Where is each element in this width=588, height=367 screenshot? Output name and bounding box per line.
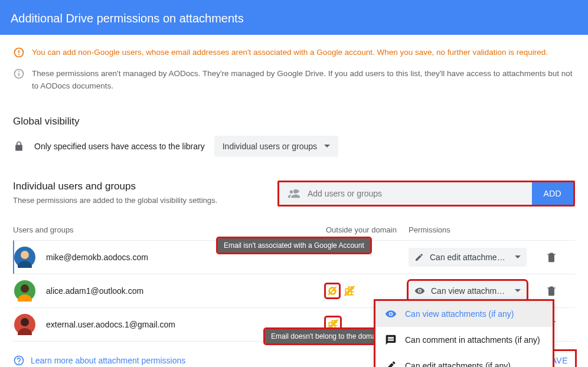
tooltip-not-domain: Email doesn't belong to the domain [265, 329, 387, 343]
svg-point-9 [18, 294, 32, 302]
dialog-title: Additional Drive permissions on attachme… [11, 12, 244, 25]
global-visibility-text: Only specified users have access to the … [34, 142, 205, 151]
svg-point-14 [18, 328, 32, 335]
svg-point-8 [21, 284, 29, 293]
option-label: Can view attachments (if any) [405, 309, 514, 319]
delete-button[interactable] [540, 285, 563, 297]
svg-rect-4 [18, 73, 19, 77]
permission-dropdown: Can view attachments (if any) Can commen… [375, 301, 553, 367]
visibility-select[interactable]: Individual users or groups [214, 136, 338, 157]
permission-select[interactable]: Can edit attachment… [409, 248, 527, 267]
svg-point-17 [390, 313, 391, 314]
global-visibility-title: Global visibility [13, 116, 575, 127]
people-add-icon [288, 187, 300, 200]
permission-option-view[interactable]: Can view attachments (if any) [375, 301, 553, 327]
user-email: external.user.aodocs.1@gmail.com [46, 320, 326, 329]
info-banner: These permissions aren't managed by AODo… [13, 64, 575, 98]
not-google-icon [326, 284, 339, 297]
dialog-header: Additional Drive permissions on attachme… [0, 0, 588, 35]
learn-more-link[interactable]: Learn more about attachment permissions [13, 355, 185, 366]
svg-rect-1 [18, 50, 19, 53]
avatar [14, 247, 35, 268]
permission-value: Can view attachment… [431, 286, 509, 296]
svg-line-15 [328, 319, 338, 329]
permission-option-comment[interactable]: Can comment in attachments (if any) [375, 327, 553, 353]
svg-rect-2 [18, 54, 19, 55]
info-text: These permissions aren't managed by AODo… [32, 68, 575, 92]
permission-option-edit[interactable]: Can edit attachments (if any) [375, 353, 553, 367]
svg-point-12 [419, 290, 421, 291]
add-users-input[interactable] [308, 182, 524, 205]
warning-icon [13, 47, 25, 58]
chevron-down-icon [515, 255, 521, 258]
option-label: Can edit attachments (if any) [405, 361, 511, 367]
warning-text: You can add non-Google users, whose emai… [32, 47, 575, 58]
comment-icon [385, 334, 397, 346]
user-email: mike@demokb.aodocs.com [46, 253, 326, 262]
col-permissions: Permissions [409, 225, 575, 234]
chevron-down-icon [324, 145, 330, 148]
svg-rect-5 [18, 71, 19, 72]
svg-point-13 [21, 318, 29, 326]
help-icon [13, 355, 25, 366]
eye-icon [414, 286, 425, 296]
add-button[interactable]: ADD [532, 182, 573, 205]
col-outside: Outside your domain [326, 225, 409, 234]
option-label: Can comment in attachments (if any) [405, 335, 540, 345]
permission-select[interactable]: Can view attachment… [409, 281, 527, 301]
chevron-down-icon [515, 289, 521, 292]
col-users: Users and groups [13, 225, 326, 234]
eye-icon [385, 308, 397, 320]
info-icon [13, 68, 25, 80]
individual-subtitle: These permissions are added to the globa… [13, 196, 266, 205]
individual-title: Individual users and groups [13, 181, 266, 192]
not-domain-icon [344, 285, 355, 297]
user-row: mike@demokb.aodocs.com Can edit attachme… [13, 240, 575, 274]
edit-icon [414, 253, 424, 262]
avatar [14, 280, 35, 302]
warning-banner: You can add non-Google users, whose emai… [13, 43, 575, 64]
add-users-container: ADD [277, 181, 575, 207]
tooltip-not-google: Email isn't associated with a Google Acc… [218, 238, 370, 253]
user-email: alice.adam1@outlook.com [46, 286, 326, 296]
edit-icon [385, 360, 397, 367]
svg-point-7 [18, 261, 32, 268]
visibility-select-value: Individual users or groups [223, 142, 317, 151]
avatar [14, 314, 35, 335]
permission-value: Can edit attachment… [430, 253, 509, 262]
svg-point-6 [21, 251, 29, 259]
lock-icon [13, 140, 25, 152]
learn-more-text: Learn more about attachment permissions [31, 356, 185, 365]
delete-button[interactable] [540, 251, 563, 263]
